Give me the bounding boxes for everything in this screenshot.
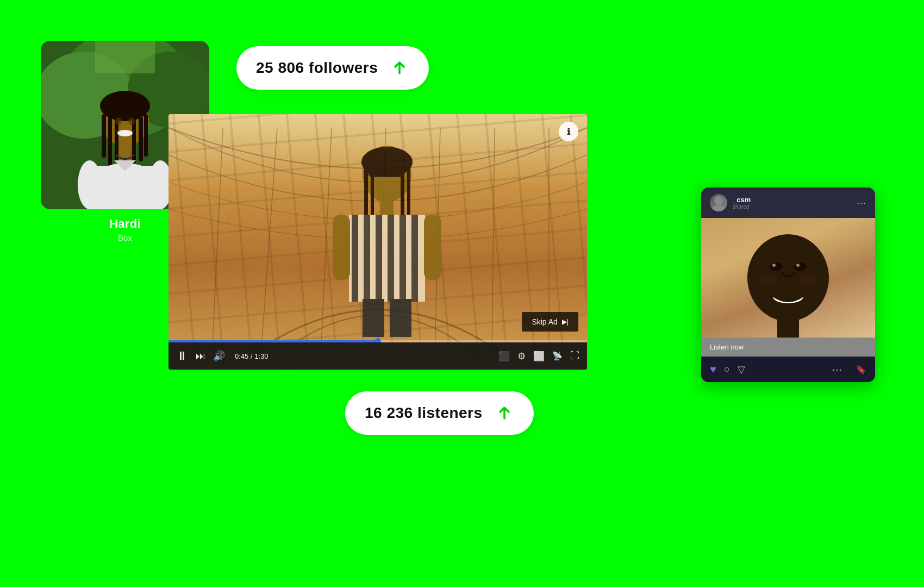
miniplayer-button[interactable]: ⬜ [533, 351, 545, 362]
svg-point-62 [797, 275, 817, 286]
time-display: 0:45 / 1:30 [235, 352, 268, 360]
spotify-avatar [710, 194, 727, 211]
svg-point-60 [796, 264, 800, 267]
listeners-badge: 16 236 listeners [345, 391, 534, 435]
spotify-circle-icon[interactable]: ○ [724, 364, 730, 375]
fullscreen-button[interactable]: ⛶ [570, 351, 579, 361]
svg-rect-46 [388, 215, 394, 302]
spotify-bookmark-icon[interactable]: 🔖 [856, 364, 866, 374]
spotify-username: _csm [733, 196, 751, 204]
svg-point-20 [78, 160, 102, 209]
skip-ad-label: Skip Ad [532, 317, 557, 326]
listeners-up-arrow-icon [495, 403, 514, 423]
spotify-meta: shared [733, 204, 751, 210]
spotify-header-left: _csm shared [710, 194, 751, 211]
spotify-listen-bar: Listen now [701, 338, 875, 357]
volume-button[interactable]: 🔊 [213, 350, 225, 362]
info-icon: ℹ [567, 127, 570, 137]
svg-rect-12 [144, 114, 148, 157]
spotify-user-info: _csm shared [733, 196, 751, 210]
next-button[interactable]: ⏭ [196, 351, 205, 362]
svg-rect-43 [352, 215, 358, 302]
spotify-listen-now-label[interactable]: Listen now [710, 343, 744, 351]
svg-line-24 [261, 128, 277, 356]
svg-rect-4 [95, 41, 155, 73]
listeners-count: 16 236 listeners [365, 404, 483, 422]
video-person-svg [295, 130, 479, 337]
svg-rect-44 [364, 215, 370, 302]
svg-point-6 [100, 91, 150, 121]
spotify-card: _csm shared ··· [701, 188, 875, 382]
svg-point-14 [128, 117, 135, 125]
artist-subtitle: Box [118, 233, 132, 242]
pause-button[interactable]: ⏸ [176, 349, 188, 363]
svg-rect-48 [411, 215, 418, 302]
spotify-image-person-svg [734, 229, 842, 338]
svg-rect-41 [380, 200, 394, 216]
followers-up-arrow-icon [390, 58, 409, 78]
svg-rect-52 [390, 299, 411, 337]
svg-rect-11 [139, 117, 143, 161]
spotify-actions-bar: ♥ ○ ▽ ··· 🔖 [701, 357, 875, 382]
svg-point-36 [361, 147, 413, 177]
video-thumbnail: ℹ Skip Ad ▶| [168, 114, 587, 370]
video-player[interactable]: ℹ Skip Ad ▶| ⏸ ⏭ 🔊 0:45 / 1:30 ⬛ ⚙ ⬜ 📡 ⛶ [168, 114, 587, 370]
subtitles-button[interactable]: ⬛ [498, 351, 510, 362]
spotify-card-image [701, 218, 875, 338]
svg-point-59 [772, 264, 776, 267]
info-button[interactable]: ℹ [559, 122, 578, 141]
svg-point-53 [714, 196, 723, 205]
svg-point-54 [711, 205, 726, 211]
svg-rect-49 [333, 215, 350, 280]
svg-point-57 [770, 263, 783, 271]
svg-point-58 [794, 263, 807, 271]
svg-point-15 [117, 130, 133, 136]
spotify-more-dots[interactable]: ··· [832, 363, 842, 376]
svg-rect-50 [424, 215, 441, 280]
spotify-card-header: _csm shared ··· [701, 188, 875, 218]
svg-line-23 [212, 128, 223, 356]
settings-button[interactable]: ⚙ [517, 351, 526, 362]
spotify-heart-icon[interactable]: ♥ [710, 363, 716, 376]
svg-line-28 [492, 128, 495, 356]
spotify-header-dots[interactable]: ··· [857, 197, 866, 209]
svg-point-61 [759, 275, 779, 286]
svg-rect-51 [363, 299, 384, 337]
svg-rect-47 [399, 215, 406, 302]
followers-badge: 25 806 followers [236, 46, 429, 90]
spotify-filter-icon[interactable]: ▽ [738, 364, 745, 376]
svg-point-13 [115, 117, 122, 125]
svg-point-55 [747, 234, 829, 321]
artist-name: Hardi [109, 217, 141, 231]
svg-rect-45 [376, 215, 382, 302]
svg-rect-8 [108, 117, 112, 166]
controls-bar: ⏸ ⏭ 🔊 0:45 / 1:30 ⬛ ⚙ ⬜ 📡 ⛶ [168, 342, 587, 370]
followers-count: 25 806 followers [256, 59, 378, 77]
skip-next-icon: ▶| [562, 318, 569, 326]
svg-rect-63 [777, 319, 799, 338]
svg-rect-7 [102, 114, 106, 158]
cast-button[interactable]: 📡 [552, 351, 563, 361]
skip-ad-button[interactable]: Skip Ad ▶| [522, 312, 578, 332]
